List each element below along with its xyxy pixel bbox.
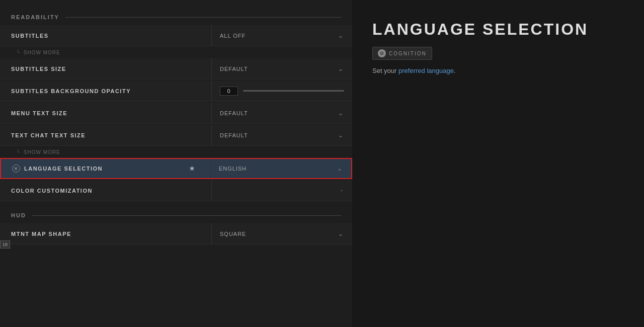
opacity-slider-track[interactable] [243,90,344,92]
subtitles-value[interactable]: ALL OFF ⌄ [211,25,352,46]
language-selection-value[interactable]: ENGLISH ⌄ [210,159,351,178]
language-selection-label: ✕ LANGUAGE SELECTION ★ [1,165,210,173]
menu-text-size-label: MENU TEXT SIZE [0,110,211,116]
section-divider [32,215,341,216]
cognition-label: COGNITION [389,51,427,56]
chevron-down-icon: ⌄ [337,230,344,237]
x-circle-icon: ✕ [12,165,20,173]
hud-section-header: HUD [0,208,352,222]
corner-badge: 18 [0,240,10,249]
subtitles-bg-opacity-row[interactable]: SUBTITLES BACKGROUND OPACITY 0 [0,80,352,102]
text-chat-text-size-row[interactable]: TEXT CHAT TEXT SIZE DEFAULT ⌄ [0,125,352,146]
color-customization-row[interactable]: COLOR CUSTOMIZATION ⬝ [0,180,352,201]
show-more-row-1[interactable]: └ SHOW MORE [0,47,352,58]
hud-section: HUD MTNT MAP SHAPE SQUARE ⌄ [0,208,352,244]
subtitles-size-value[interactable]: DEFAULT ⌄ [211,58,352,79]
chevron-down-icon: ⌄ [337,110,344,117]
chevron-down-icon: ⌄ [336,165,343,172]
cognition-icon: ⊙ [378,49,386,57]
page-title: LANGUAGE SELECTION [372,20,624,39]
subtitles-row[interactable]: SUBTITLES ALL OFF ⌄ [0,25,352,46]
right-panel: LANGUAGE SELECTION ⊙ COGNITION Set your … [352,0,644,327]
subtitles-bg-opacity-value[interactable]: 0 [211,80,352,101]
text-chat-text-size-label: TEXT CHAT TEXT SIZE [0,132,211,138]
indent-icon: └ [16,49,21,55]
readability-section-header: READABILITY [0,10,352,24]
language-selection-row[interactable]: ✕ LANGUAGE SELECTION ★ ENGLISH ⌄ [0,158,352,179]
menu-text-size-row[interactable]: MENU TEXT SIZE DEFAULT ⌄ [0,103,352,124]
text-chat-text-size-value[interactable]: DEFAULT ⌄ [211,125,352,145]
color-customization-value[interactable]: ⬝ [211,180,352,201]
star-icon: ★ [189,165,196,172]
indent-icon: └ [16,149,21,155]
description-text: Set your preferred language. [372,67,624,74]
readability-label: READABILITY [11,14,59,20]
color-customization-label: COLOR CUSTOMIZATION [0,188,211,194]
menu-text-size-value[interactable]: DEFAULT ⌄ [211,103,352,123]
section-divider [65,17,341,18]
subtitles-label: SUBTITLES [0,33,211,39]
subtitles-size-label: SUBTITLES SIZE [0,66,211,72]
mini-map-shape-row[interactable]: MTNT MAP SHAPE SQUARE ⌄ [0,223,352,244]
subtitles-size-row[interactable]: SUBTITLES SIZE DEFAULT ⌄ [0,58,352,79]
hud-label: HUD [11,212,26,218]
subtitles-bg-opacity-label: SUBTITLES BACKGROUND OPACITY [0,88,211,94]
cognition-badge: ⊙ COGNITION [372,47,432,60]
show-more-row-2[interactable]: └ SHOW MORE [0,147,352,158]
opacity-value-box: 0 [220,87,238,96]
chevron-down-icon: ⌄ [337,32,344,39]
mini-map-shape-label: MTNT MAP SHAPE [0,231,211,237]
preferred-language-link[interactable]: preferred language [398,67,454,74]
chevron-down-icon: ⌄ [337,132,344,139]
mini-map-shape-value[interactable]: SQUARE ⌄ [211,223,352,244]
external-link-icon: ⬝ [340,187,344,195]
chevron-down-icon: ⌄ [337,65,344,72]
opacity-slider-container[interactable]: 0 [220,87,344,96]
